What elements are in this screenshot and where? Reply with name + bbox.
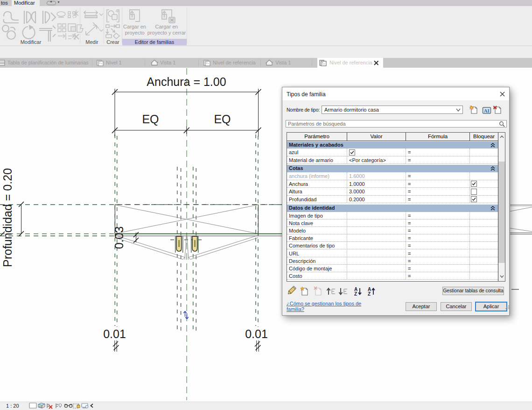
svg-text:0.03: 0.03	[112, 226, 126, 249]
svg-text:0.01: 0.01	[103, 327, 126, 340]
svg-text:EQ: EQ	[214, 113, 231, 126]
svg-text:0.01: 0.01	[245, 327, 268, 340]
svg-text:Z: Z	[368, 291, 371, 297]
svg-text:Anchura = 1.00: Anchura = 1.00	[147, 75, 226, 88]
svg-text:EQ: EQ	[142, 113, 159, 126]
svg-text:Z: Z	[354, 291, 357, 297]
svg-text:Profundidad = 0.20: Profundidad = 0.20	[1, 168, 14, 267]
svg-text:AI: AI	[484, 108, 490, 113]
